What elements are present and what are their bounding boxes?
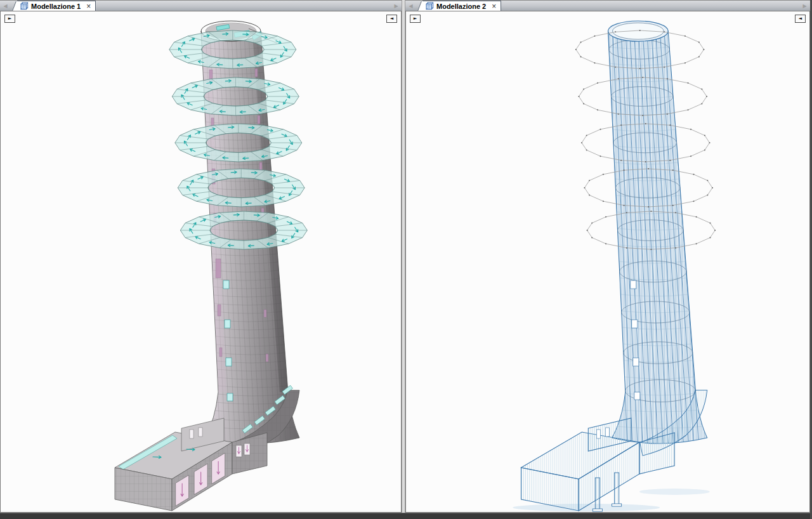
tab-title: Modellazione 2 (436, 3, 486, 10)
cycle-forward-button[interactable]: ► (410, 15, 421, 23)
tab-modellazione-1[interactable]: Modellazione 1 × (17, 1, 96, 11)
model-cube-icon (20, 2, 29, 10)
tab-title: Modellazione 1 (31, 3, 81, 10)
tabstrip-right: ◀ Modellazione 2 × ▶ (405, 0, 810, 11)
model-cube-icon (426, 2, 434, 10)
viewport-modellazione-1[interactable]: ► ◄ (0, 11, 402, 513)
tab-modellazione-2[interactable]: Modellazione 2 × (422, 1, 501, 11)
pane-modellazione-1: ◀ Modellazione 1 × ▶ (0, 0, 402, 513)
app-window: ◀ Modellazione 1 × ▶ (0, 0, 812, 519)
cycle-back-button[interactable]: ◄ (795, 15, 806, 23)
workspace: ◀ Modellazione 1 × ▶ (0, 0, 810, 513)
model-3d-shaded-view (1, 11, 401, 512)
cycle-forward-button[interactable]: ► (4, 15, 15, 23)
tabstrip-left: ◀ Modellazione 1 × ▶ (0, 0, 402, 11)
viewport-modellazione-2[interactable]: ► ◄ (405, 11, 810, 513)
model-3d-wireframe-view (406, 11, 809, 512)
tab-scroll-left-icon[interactable]: ◀ (407, 1, 414, 11)
tab-close-icon[interactable]: × (492, 3, 496, 10)
tab-scroll-right-icon[interactable]: ▶ (393, 1, 400, 11)
tab-scroll-right-icon[interactable]: ▶ (801, 1, 808, 11)
tab-scroll-left-icon[interactable]: ◀ (2, 1, 9, 11)
pane-modellazione-2: ◀ Modellazione 2 × ▶ (405, 0, 810, 513)
cycle-back-button[interactable]: ◄ (386, 15, 397, 23)
status-bar (0, 513, 810, 519)
tab-close-icon[interactable]: × (86, 3, 91, 10)
